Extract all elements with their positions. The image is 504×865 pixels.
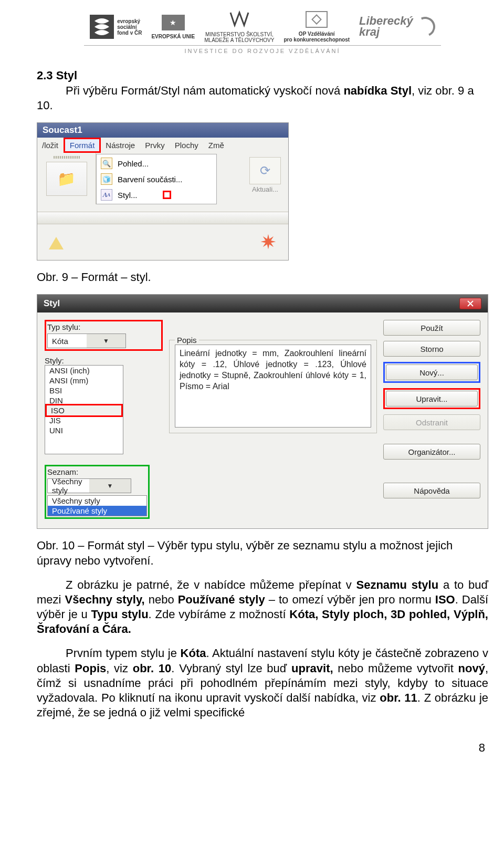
menu-vlozit[interactable]: /ložit [37, 138, 64, 153]
menuitem-label: Styl... [118, 191, 138, 200]
text-bold: nový [458, 662, 485, 675]
chevron-down-icon: ▼ [89, 479, 131, 493]
novy-highlight: Nový... [383, 362, 480, 383]
text-bold: Typu stylu [91, 608, 149, 621]
close-button[interactable] [459, 298, 481, 309]
popis-legend: Popis [175, 336, 199, 345]
text-bold: Všechny styly, [65, 593, 145, 606]
section-heading: 2.3 Styl [37, 69, 488, 82]
logo-esf: evropský sociální fond v ČR [90, 15, 142, 39]
menu-format[interactable]: Formát [64, 138, 101, 153]
odstranit-button: Odstranit [383, 414, 480, 430]
list-item-selected[interactable]: Používané styly [48, 506, 146, 516]
kraj-swirl-icon [412, 14, 438, 40]
storno-button[interactable]: Storno [383, 341, 480, 357]
toolbar-right: ⟳ Aktuali... [249, 153, 288, 204]
dialog-middle-column: Popis Lineární jednotky = mm, Zaokrouhle… [169, 320, 377, 519]
starburst-icon[interactable]: ✷ [260, 231, 277, 254]
text: nebo [145, 593, 178, 606]
styl-icon: AA [101, 189, 112, 201]
styly-listbox[interactable]: ANSI (inch) ANSI (mm) BSI DIN ISO JIS UN… [45, 365, 123, 454]
invest-tagline: INVESTICE DO ROZVOJE VZDĚLÁVÁNÍ [37, 48, 488, 54]
page-number: 8 [37, 741, 488, 755]
menu-zme[interactable]: Změ [204, 138, 229, 153]
menu-nastroje[interactable]: Nástroje [101, 138, 140, 153]
update-label: Aktuali... [249, 185, 281, 193]
header-logos: evropský sociální fond v ČR ★ EVROPSKÁ U… [37, 11, 488, 43]
eu-flag-icon: ★ [162, 15, 185, 30]
caption-fig9: Obr. 9 – Formát – styl. [37, 270, 488, 285]
menuitem-label: Pohled... [118, 159, 149, 168]
paragraph-2: Z obrázku je patrné, že v nabídce můžeme… [37, 578, 488, 637]
caption-fig10: Obr. 10 – Formát styl – Výběr typu stylu… [37, 538, 488, 568]
format-dropdown: 🔍 Pohled... 🧊 Barvení součásti... AA Sty… [96, 154, 217, 204]
menuitem-styl[interactable]: AA Styl... [98, 187, 215, 203]
menuitem-barveni[interactable]: 🧊 Barvení součásti... [98, 171, 215, 187]
popis-fieldset: Popis Lineární jednotky = mm, Zaokrouhle… [169, 340, 377, 433]
typ-stylu-label: Typ stylu: [47, 322, 160, 331]
text: – to omezí výběr jen pro normu [265, 593, 435, 606]
list-item[interactable]: ANSI (inch) [45, 366, 123, 376]
text: Při výběru Formát/Styl nám automatický v… [66, 84, 343, 97]
popis-text: Lineární jednotky = mm, Zaokrouhlení lin… [175, 345, 371, 428]
list-item[interactable]: BSI [45, 385, 123, 395]
organizator-button[interactable]: Organizátor... [383, 444, 480, 460]
menuitem-pohled[interactable]: 🔍 Pohled... [98, 155, 215, 171]
triangle-icon[interactable] [49, 235, 64, 249]
pouzit-button[interactable]: Použít [383, 320, 480, 336]
list-item[interactable]: Všechny styly [48, 496, 146, 506]
logo-opvk: OP Vzdělávání pro konkurenceschopnost [284, 11, 350, 43]
upravit-highlight: Upravit... [383, 388, 480, 409]
seznam-combo[interactable]: Všechny styly ▼ [47, 478, 131, 493]
text-bold: Kóta [181, 647, 206, 660]
seznam-label: Seznam: [47, 467, 147, 476]
list-item[interactable]: ANSI (mm) [45, 376, 123, 385]
screenshot-styl-dialog: Styl Typ stylu: Kóta ▼ Styly: ANSI (i [37, 294, 488, 529]
close-icon [467, 300, 474, 307]
open-folder-icon[interactable]: 📁 [46, 162, 87, 196]
dialog-title: Styl [44, 298, 60, 309]
header-divider [84, 45, 441, 46]
window-titlebar: Soucast1 [37, 123, 288, 138]
text: Z obrázku je patrné, že v nabídce můžeme… [66, 578, 356, 591]
text-bold: obr. 10 [133, 662, 172, 675]
text-bold: Používané styly [178, 593, 265, 606]
list-item[interactable]: JIS [45, 415, 123, 425]
chevron-down-icon: ▼ [87, 334, 125, 348]
update-icon[interactable]: ⟳ [249, 157, 281, 184]
dialog-button-column: Použít Storno Nový... Upravit... Odstran… [383, 320, 480, 519]
opvk-icon [306, 11, 328, 28]
text: nebo můžeme vytvořit [333, 662, 458, 675]
dialog-titlebar: Styl [37, 295, 488, 312]
typ-stylu-value: Kóta [48, 337, 87, 346]
upravit-button[interactable]: Upravit... [386, 391, 478, 407]
esf-label: evropský sociální fond v ČR [117, 18, 142, 36]
text-bold: nabídka Styl [343, 84, 412, 97]
seznam-options-list[interactable]: Všechny styly Používané styly [47, 495, 147, 516]
text: Prvním typem stylu je [66, 647, 181, 660]
list-item[interactable]: UNI [45, 425, 123, 435]
bottom-toolbar: ✷ [37, 224, 288, 260]
pohled-icon: 🔍 [101, 158, 112, 169]
logo-kraj: Liberecký kraj [359, 16, 435, 38]
intro-paragraph: Při výběru Formát/Styl nám automatický v… [37, 84, 488, 113]
text-bold: Popis [75, 662, 106, 675]
text: . Zde vybíráme z možností [149, 608, 290, 621]
menubar: /ložit Formát Nástroje Prvky Plochy Změ [37, 138, 288, 153]
toolbar-left: 📁 [37, 153, 96, 204]
napoveda-button[interactable]: Nápověda [383, 483, 480, 498]
text: . Vybraný styl lze buď [171, 662, 291, 675]
toolbar-grip-icon [54, 156, 80, 159]
text-bold: ISO [435, 593, 455, 606]
red-highlight-marker [163, 191, 171, 199]
kraj-label: Liberecký kraj [359, 16, 413, 38]
novy-button[interactable]: Nový... [386, 364, 478, 380]
typ-stylu-combo[interactable]: Kóta ▼ [47, 334, 126, 348]
eu-label: EVROPSKÁ UNIE [151, 34, 195, 39]
menu-prvky[interactable]: Prvky [140, 138, 170, 153]
text: , viz [106, 662, 132, 675]
msmt-label: MINISTERSTVO ŠKOLSTVÍ, MLÁDEŽE A TĚLOVÝC… [204, 32, 274, 43]
barveni-icon: 🧊 [101, 173, 112, 185]
menu-plochy[interactable]: Plochy [170, 138, 204, 153]
paragraph-3: Prvním typem stylu je Kóta. Aktuální nas… [37, 646, 488, 720]
